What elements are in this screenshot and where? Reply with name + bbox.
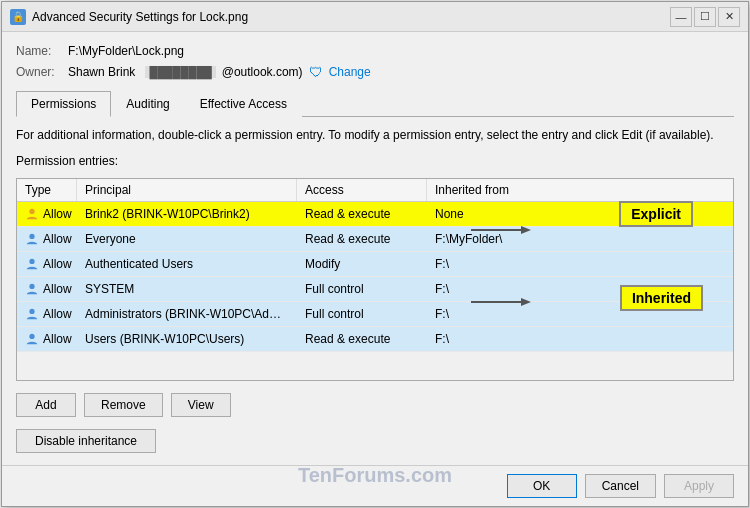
inherited-callout: Inherited bbox=[620, 285, 703, 311]
cell-type: Allow bbox=[17, 302, 77, 326]
cell-principal: Brink2 (BRINK-W10PC\Brink2) bbox=[77, 203, 297, 225]
cell-type: Allow bbox=[17, 227, 77, 251]
user-icon bbox=[25, 331, 39, 347]
description: For additional information, double-click… bbox=[16, 127, 734, 144]
bottom-bar: OK Cancel Apply bbox=[2, 465, 748, 506]
owner-value: Shawn Brink bbox=[68, 65, 135, 79]
apply-button[interactable]: Apply bbox=[664, 474, 734, 498]
col-inherited: Inherited from bbox=[427, 179, 577, 201]
cell-type: Allow bbox=[17, 202, 77, 226]
close-button[interactable]: ✕ bbox=[718, 7, 740, 27]
tabs-row: Permissions Auditing Effective Access bbox=[16, 90, 734, 117]
user-icon bbox=[25, 231, 39, 247]
tab-auditing[interactable]: Auditing bbox=[111, 91, 184, 117]
name-label: Name: bbox=[16, 44, 62, 58]
cell-access: Full control bbox=[297, 303, 427, 325]
cell-type: Allow bbox=[17, 327, 77, 351]
explicit-arrow bbox=[471, 223, 531, 237]
svg-point-2 bbox=[29, 259, 34, 264]
cell-principal: Authenticated Users bbox=[77, 253, 297, 275]
cell-access: Read & execute bbox=[297, 203, 427, 225]
window-title: Advanced Security Settings for Lock.png bbox=[32, 10, 248, 24]
window-icon: 🔒 bbox=[10, 9, 26, 25]
inherited-arrow bbox=[471, 295, 531, 309]
inheritance-buttons: Disable inheritance bbox=[16, 429, 734, 453]
disable-inheritance-button[interactable]: Disable inheritance bbox=[16, 429, 156, 453]
table-header: Type Principal Access Inherited from bbox=[17, 179, 733, 202]
cell-principal: Administrators (BRINK-W10PC\Administrat.… bbox=[77, 303, 297, 325]
tab-effective-access[interactable]: Effective Access bbox=[185, 91, 302, 117]
name-row: Name: F:\MyFolder\Lock.png bbox=[16, 44, 734, 58]
table-row[interactable]: Allow Authenticated Users Modify F:\ bbox=[17, 252, 733, 277]
table-row[interactable]: Allow Everyone Read & execute F:\MyFolde… bbox=[17, 227, 733, 252]
minimize-button[interactable]: — bbox=[670, 7, 692, 27]
owner-label: Owner: bbox=[16, 65, 62, 79]
cancel-button[interactable]: Cancel bbox=[585, 474, 656, 498]
tab-permissions[interactable]: Permissions bbox=[16, 91, 111, 117]
bottom-right: OK Cancel Apply bbox=[507, 474, 734, 498]
explicit-callout: Explicit bbox=[619, 201, 693, 227]
name-value: F:\MyFolder\Lock.png bbox=[68, 44, 184, 58]
svg-marker-9 bbox=[521, 298, 531, 306]
owner-email-suffix: @outlook.com) bbox=[222, 65, 303, 79]
svg-point-5 bbox=[29, 334, 34, 339]
user-icon bbox=[25, 306, 39, 322]
cell-inherited: F:\ bbox=[427, 253, 577, 275]
col-access: Access bbox=[297, 179, 427, 201]
owner-row: Owner: Shawn Brink ████████ @outlook.com… bbox=[16, 64, 734, 80]
change-link[interactable]: Change bbox=[329, 65, 371, 79]
cell-principal: Everyone bbox=[77, 228, 297, 250]
owner-email: ████████ bbox=[145, 66, 215, 78]
main-content: Name: F:\MyFolder\Lock.png Owner: Shawn … bbox=[2, 32, 748, 465]
user-icon bbox=[25, 206, 39, 222]
cell-principal: Users (BRINK-W10PC\Users) bbox=[77, 328, 297, 350]
col-principal: Principal bbox=[77, 179, 297, 201]
maximize-button[interactable]: ☐ bbox=[694, 7, 716, 27]
table-row[interactable]: Allow Users (BRINK-W10PC\Users) Read & e… bbox=[17, 327, 733, 352]
cell-type: Allow bbox=[17, 277, 77, 301]
cell-access: Read & execute bbox=[297, 328, 427, 350]
cell-type: Allow bbox=[17, 252, 77, 276]
section-label: Permission entries: bbox=[16, 154, 734, 168]
cell-inherited: None bbox=[427, 203, 577, 225]
cell-access: Read & execute bbox=[297, 228, 427, 250]
cell-inherited: F:\ bbox=[427, 328, 577, 350]
ok-button[interactable]: OK bbox=[507, 474, 577, 498]
svg-point-4 bbox=[29, 309, 34, 314]
add-button[interactable]: Add bbox=[16, 393, 76, 417]
svg-marker-7 bbox=[521, 226, 531, 234]
title-controls: — ☐ ✕ bbox=[670, 7, 740, 27]
svg-point-1 bbox=[29, 234, 34, 239]
cell-access: Full control bbox=[297, 278, 427, 300]
user-icon bbox=[25, 281, 39, 297]
svg-point-3 bbox=[29, 284, 34, 289]
remove-button[interactable]: Remove bbox=[84, 393, 163, 417]
shield-icon: 🛡 bbox=[309, 64, 323, 80]
title-bar: 🔒 Advanced Security Settings for Lock.pn… bbox=[2, 2, 748, 32]
svg-point-0 bbox=[29, 209, 34, 214]
col-type: Type bbox=[17, 179, 77, 201]
view-button[interactable]: View bbox=[171, 393, 231, 417]
action-buttons: Add Remove View bbox=[16, 393, 734, 417]
cell-access: Modify bbox=[297, 253, 427, 275]
user-icon bbox=[25, 256, 39, 272]
cell-principal: SYSTEM bbox=[77, 278, 297, 300]
